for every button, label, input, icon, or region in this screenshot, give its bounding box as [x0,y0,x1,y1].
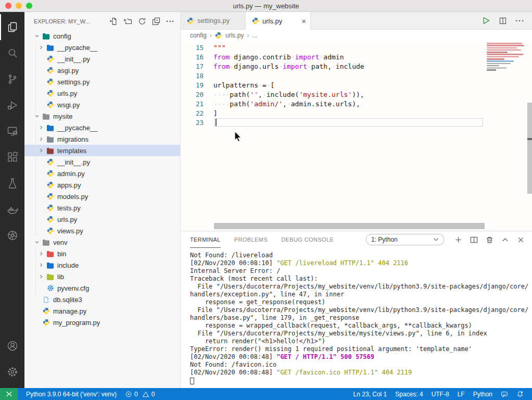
tree-item-label: manage.py [53,307,86,315]
tree-item-my-program-py[interactable]: my_program.py [24,317,180,328]
feedback-icon[interactable] [497,388,512,400]
tree-item-asgi-py[interactable]: asgi.py [24,65,180,76]
terminal-line: [02/Nov/2020 00:08:48] "GET /favicon.ico… [190,369,532,377]
new-folder-icon[interactable] [123,17,132,26]
close-window-button[interactable] [5,3,11,9]
kubernetes-icon[interactable] [0,222,24,248]
tree-item-venv[interactable]: venv [24,236,180,248]
split-editor-icon[interactable] [499,17,507,25]
line-number: 15 [181,44,204,52]
tree-item-views-py[interactable]: views.py [24,225,180,236]
minimize-window-button[interactable] [16,3,22,9]
tree-item-templates[interactable]: templates [24,145,180,156]
kill-terminal-icon[interactable] [486,236,493,244]
horizontal-scrollbar[interactable] [214,223,485,229]
notifications-bell-icon[interactable] [512,388,528,400]
docker-icon[interactable] [0,196,24,222]
explorer-icon[interactable] [0,14,24,40]
refresh-explorer-icon[interactable] [138,17,146,26]
breadcrumb-separator: › [210,32,212,39]
window-title: urls.py — my_website [0,2,532,10]
code-editor[interactable]: 15"""16from·django.contrib·import·admin1… [181,41,532,231]
search-icon[interactable] [0,40,24,66]
status-indentation[interactable]: Spaces: 4 [391,388,427,400]
split-terminal-icon[interactable] [470,236,478,244]
tree-item-admin-py[interactable]: admin.py [24,168,180,179]
tree-item-bin[interactable]: bin [24,248,180,259]
remote-indicator[interactable] [0,388,18,400]
run-python-file-icon[interactable] [482,16,490,25]
panel-tab-debug-console[interactable]: DEBUG CONSOLE [281,231,334,248]
status-eol[interactable]: LF [453,388,469,400]
chevron-icon [37,147,45,154]
new-terminal-icon[interactable] [454,236,462,244]
tree-item-urls-py[interactable]: urls.py [24,214,180,225]
more-editor-actions-icon[interactable]: ··· [515,16,525,25]
chevron-icon [37,251,45,257]
folder-icon [46,147,55,154]
status-cursor-position[interactable]: Ln 23, Col 1 [349,388,391,400]
tree-item-label: bin [57,250,66,258]
terminal-select[interactable]: 1: Python [366,234,444,245]
status-encoding[interactable]: UTF-8 [427,388,453,400]
extensions-icon[interactable] [0,144,24,170]
run-debug-icon[interactable] [0,92,24,118]
maximize-window-button[interactable] [26,3,32,9]
tree-item-pyvenv-cfg[interactable]: pyvenv.cfg [24,282,180,294]
accounts-icon[interactable] [0,333,24,359]
tree-item-db-sqlite3[interactable]: db.sqlite3 [24,294,180,305]
new-file-icon[interactable] [109,17,118,26]
code-line-15: 15""" [181,43,532,52]
status-python-interpreter[interactable]: Python 3.9.0 64-bit ('venv': venv) [22,388,121,400]
breadcrumb-item-2[interactable]: ... [252,32,257,39]
collapse-folders-icon[interactable] [152,17,160,26]
settings-icon[interactable] [0,359,24,385]
terminal-line: Traceback (most recent call last): [190,275,532,283]
tree-item-settings-py[interactable]: settings.py [24,76,180,88]
minimap[interactable] [487,43,526,72]
tree-item--init-py[interactable]: __init__.py [24,53,180,65]
vertical-scrollbar[interactable] [527,103,532,194]
tree-item-apps-py[interactable]: apps.py [24,179,180,191]
panel-tab-terminal[interactable]: TERMINAL [190,231,221,248]
folder-icon [42,113,50,120]
status-bar: Python 3.9.0 64-bit ('venv': venv) 0 0 L… [0,388,532,400]
remote-explorer-icon[interactable] [0,118,24,144]
code-line-18: 18 [181,71,532,80]
breadcrumb-item-0[interactable]: config [190,32,207,39]
panel-tab-problems[interactable]: PROBLEMS [234,231,268,248]
tree-item-models-py[interactable]: models.py [24,191,180,202]
tree-item-label: __init__.py [57,55,90,63]
tree-item--init-py[interactable]: __init__.py [24,156,180,168]
close-panel-icon[interactable] [517,236,525,244]
status-language[interactable]: Python [469,388,497,400]
tree-item-manage-py[interactable]: manage.py [24,305,180,317]
terminal-output[interactable]: Not Found: /livereload[02/Nov/2020 00:08… [181,248,532,388]
code-text: urlpatterns·=·[ [213,81,274,89]
tree-item--pycache-[interactable]: __pycache__ [24,122,180,133]
status-problems[interactable]: 0 0 [121,388,159,400]
tree-item-config[interactable]: config [24,30,180,42]
chevron-down-icon [433,238,439,242]
tree-item-lib[interactable]: lib [24,271,180,282]
maximize-panel-icon[interactable] [501,236,509,244]
source-control-icon[interactable] [0,66,24,92]
tree-item-migrations[interactable]: migrations [24,133,180,145]
tree-item-wsgi-py[interactable]: wsgi.py [24,99,180,110]
file-icon [42,296,50,304]
tree-item-include[interactable]: include [24,259,180,271]
current-line-highlight [214,118,483,127]
tab-settings-py[interactable]: settings.py [181,12,246,29]
tab-urls-py[interactable]: urls.py× [246,12,311,30]
code-line-22: 22] [181,108,532,118]
more-actions-icon[interactable]: ··· [166,19,175,24]
tree-item-tests-py[interactable]: tests.py [24,202,180,214]
python-file-icon [46,170,55,177]
tree-item-mysite[interactable]: mysite [24,110,180,122]
test-icon[interactable] [0,170,24,196]
tree-item-urls-py[interactable]: urls.py [24,88,180,99]
close-tab-icon[interactable]: × [301,17,306,25]
explorer-title: EXPLORER: MY_W... [34,18,90,24]
breadcrumb-item-1[interactable]: urls.py [225,32,244,39]
tree-item--pycache-[interactable]: __pycache__ [24,42,180,53]
